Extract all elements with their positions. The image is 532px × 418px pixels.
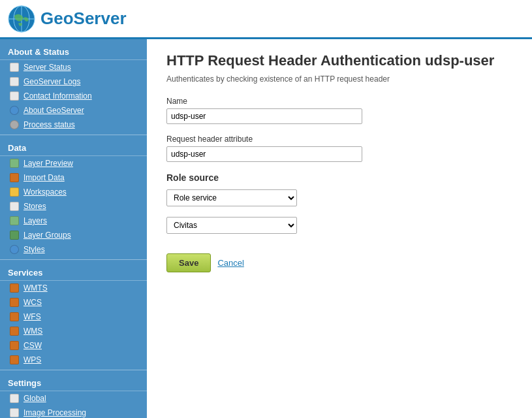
gear-icon bbox=[9, 120, 20, 130]
sidebar-item-stores[interactable]: Stores bbox=[0, 199, 147, 214]
civitas-group: Civitas bbox=[166, 217, 512, 234]
orange-icon bbox=[9, 326, 20, 336]
folder-icon bbox=[9, 187, 20, 197]
sidebar-item-layers[interactable]: Layers bbox=[0, 214, 147, 228]
layers-icon bbox=[9, 230, 20, 240]
sidebar-item-layer-groups[interactable]: Layer Groups bbox=[0, 228, 147, 242]
request-header-field-group: Request header attribute bbox=[166, 135, 512, 162]
sidebar-item-wms[interactable]: WMS bbox=[0, 324, 147, 338]
sidebar-item-image-processing[interactable]: Image Processing bbox=[0, 406, 147, 418]
request-header-label: Request header attribute bbox=[166, 135, 512, 144]
sidebar-item-about-geoserver[interactable]: About GeoServer bbox=[0, 103, 147, 118]
sidebar-item-wfs[interactable]: WFS bbox=[0, 310, 147, 324]
doc-icon bbox=[9, 62, 20, 72]
sidebar-link-about-geoserver[interactable]: About GeoServer bbox=[23, 106, 84, 115]
header: GeoServer bbox=[0, 0, 532, 39]
sidebar-item-global[interactable]: Global bbox=[0, 391, 147, 406]
doc-icon bbox=[9, 76, 20, 87]
sidebar-link-image-processing[interactable]: Image Processing bbox=[23, 408, 86, 417]
role-source-heading: Role source bbox=[166, 172, 512, 183]
sidebar-link-contact-information[interactable]: Contact Information bbox=[23, 91, 92, 101]
sidebar-item-server-status[interactable]: Server Status bbox=[0, 60, 147, 74]
page-title: HTTP Request Header Authentication udsp-… bbox=[166, 52, 512, 69]
sidebar-link-global[interactable]: Global bbox=[23, 394, 46, 403]
sidebar-link-wmts[interactable]: WMTS bbox=[23, 283, 48, 293]
sidebar-item-geoserver-logs[interactable]: GeoServer Logs bbox=[0, 74, 147, 89]
orange-icon bbox=[9, 340, 20, 351]
sidebar-link-csw[interactable]: CSW bbox=[23, 341, 42, 350]
orange-icon bbox=[9, 312, 20, 322]
role-service-group: Role service Any role Authenticated bbox=[166, 189, 512, 206]
sidebar-link-wfs[interactable]: WFS bbox=[23, 312, 41, 321]
sidebar: About & StatusServer StatusGeoServer Log… bbox=[0, 39, 147, 418]
sidebar-link-styles[interactable]: Styles bbox=[23, 245, 45, 254]
civitas-select[interactable]: Civitas bbox=[166, 217, 297, 234]
sidebar-link-process-status[interactable]: Process status bbox=[23, 120, 75, 129]
body-layout: About & StatusServer StatusGeoServer Log… bbox=[0, 39, 532, 418]
sidebar-link-workspaces[interactable]: Workspaces bbox=[23, 187, 67, 197]
name-label: Name bbox=[166, 97, 512, 106]
orange-icon bbox=[9, 283, 20, 293]
sidebar-item-wps[interactable]: WPS bbox=[0, 353, 147, 367]
name-input[interactable] bbox=[166, 108, 362, 124]
save-button[interactable]: Save bbox=[166, 253, 211, 272]
sidebar-item-styles[interactable]: Styles bbox=[0, 242, 147, 257]
sidebar-item-layer-preview[interactable]: Layer Preview bbox=[0, 156, 147, 170]
button-row: Save Cancel bbox=[166, 253, 512, 272]
orange-icon bbox=[9, 355, 20, 365]
sidebar-item-csw[interactable]: CSW bbox=[0, 338, 147, 353]
doc-icon bbox=[9, 201, 20, 212]
sidebar-link-layer-preview[interactable]: Layer Preview bbox=[23, 159, 73, 168]
sidebar-link-layer-groups[interactable]: Layer Groups bbox=[23, 231, 71, 240]
sidebar-link-wps[interactable]: WPS bbox=[23, 355, 41, 364]
doc-icon bbox=[9, 393, 20, 404]
sidebar-item-contact-information[interactable]: Contact Information bbox=[0, 89, 147, 103]
globe-icon bbox=[9, 105, 20, 116]
layer-icon bbox=[9, 216, 20, 226]
sidebar-item-workspaces[interactable]: Workspaces bbox=[0, 185, 147, 199]
sidebar-item-wmts[interactable]: WMTS bbox=[0, 281, 147, 295]
orange-icon bbox=[9, 172, 20, 183]
sidebar-item-process-status[interactable]: Process status bbox=[0, 118, 147, 132]
sidebar-link-stores[interactable]: Stores bbox=[23, 202, 46, 211]
sidebar-link-geoserver-logs[interactable]: GeoServer Logs bbox=[23, 77, 80, 86]
sidebar-link-wcs[interactable]: WCS bbox=[23, 298, 42, 307]
sidebar-section-services: Services bbox=[0, 263, 147, 281]
sidebar-link-layers[interactable]: Layers bbox=[23, 216, 47, 225]
doc-icon bbox=[9, 408, 20, 418]
role-service-select[interactable]: Role service Any role Authenticated bbox=[166, 189, 297, 206]
layer-icon bbox=[9, 158, 20, 169]
globe-icon bbox=[9, 244, 20, 255]
cancel-button[interactable]: Cancel bbox=[217, 258, 243, 268]
logo-text: GeoServer bbox=[40, 8, 127, 29]
orange-icon bbox=[9, 297, 20, 308]
sidebar-section-data: Data bbox=[0, 138, 147, 156]
sidebar-section-settings: Settings bbox=[0, 373, 147, 391]
sidebar-link-wms[interactable]: WMS bbox=[23, 327, 42, 336]
logo-icon bbox=[8, 5, 35, 33]
doc-icon bbox=[9, 91, 20, 101]
main-content: HTTP Request Header Authentication udsp-… bbox=[147, 39, 532, 418]
request-header-input[interactable] bbox=[166, 146, 362, 162]
sidebar-link-import-data[interactable]: Import Data bbox=[23, 173, 65, 182]
sidebar-section-about-status: About & Status bbox=[0, 42, 147, 60]
name-field-group: Name bbox=[166, 97, 512, 124]
sidebar-link-server-status[interactable]: Server Status bbox=[23, 63, 71, 72]
sidebar-item-import-data[interactable]: Import Data bbox=[0, 170, 147, 185]
sidebar-item-wcs[interactable]: WCS bbox=[0, 295, 147, 310]
page-subtitle: Authenticates by checking existence of a… bbox=[166, 74, 512, 84]
